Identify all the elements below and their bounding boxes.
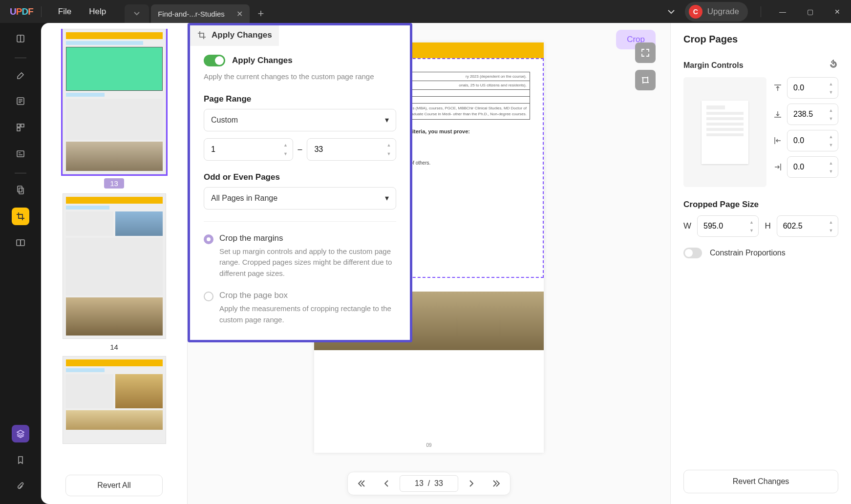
rail-edit-text-icon[interactable] [12, 92, 29, 110]
crop-margins-radio[interactable]: Crop the margins Set up margin controls … [190, 233, 410, 279]
page-number-field[interactable]: 13 / 33 [400, 475, 458, 492]
sidebar-title: Crop Pages [683, 34, 838, 45]
tab-title: Find-and-...r-Studies [158, 10, 225, 18]
next-page-icon[interactable] [461, 475, 483, 492]
page-thumbnail[interactable]: 13 [63, 29, 166, 189]
constrain-proportions-toggle[interactable] [683, 248, 702, 258]
spin-down-icon[interactable]: ▼ [827, 226, 835, 234]
close-window-button[interactable]: ✕ [824, 0, 851, 23]
tab-dropdown[interactable] [125, 4, 149, 23]
rail-crop-icon[interactable] [12, 208, 29, 225]
thumb-page-number: 13 [104, 178, 124, 189]
page-thumbnail[interactable]: 14 [63, 193, 166, 351]
spin-down-icon[interactable]: ▼ [827, 88, 835, 96]
document-tab[interactable]: Find-and-...r-Studies ✕ [151, 4, 250, 23]
crop-sidebar: Crop Pages Margin Controls 0.0▲▼ 238.5▲▼ [670, 23, 851, 504]
divider [761, 6, 761, 17]
upgrade-label: Upgrade [707, 7, 739, 17]
page-navigator: 13 / 33 [347, 472, 511, 495]
thumb-page-number: 14 [110, 343, 118, 351]
cropped-size-label: Cropped Page Size [683, 200, 838, 210]
upgrade-button[interactable]: C Upgrade [685, 2, 748, 21]
rail-ocr-icon[interactable] [12, 181, 29, 199]
spin-up-icon[interactable]: ▲ [827, 132, 835, 141]
spin-up-icon[interactable]: ▲ [827, 106, 835, 114]
odd-even-title: Odd or Even Pages [204, 172, 396, 182]
margin-bottom-icon [772, 109, 783, 120]
popover-tab[interactable]: Apply Changes [190, 25, 279, 46]
range-to-input[interactable]: 33 ▲▼ [307, 138, 396, 161]
margin-preview [683, 77, 766, 187]
chevron-down-icon: ▾ [385, 193, 389, 203]
margin-right-icon [772, 162, 783, 172]
spin-up-icon[interactable]: ▲ [827, 159, 835, 167]
page-viewer: Crop ry 2023 (dependent on the course). … [188, 23, 670, 504]
rail-highlighter-icon[interactable] [12, 66, 29, 84]
menu-file[interactable]: File [49, 7, 80, 17]
spin-up-icon[interactable]: ▲ [827, 218, 835, 226]
revert-all-button[interactable]: Revert All [65, 475, 163, 496]
app-logo: UPDF [10, 6, 33, 17]
minimize-button[interactable]: — [769, 0, 796, 23]
range-dash: – [298, 145, 302, 154]
rail-bookmark-icon[interactable] [12, 451, 29, 469]
spin-up-icon[interactable]: ▲ [747, 218, 755, 226]
last-page-icon[interactable] [486, 475, 507, 492]
prev-page-icon[interactable] [375, 475, 397, 492]
user-avatar: C [689, 5, 702, 19]
margin-left-icon [772, 135, 783, 146]
apply-changes-toggle[interactable] [204, 55, 225, 66]
page-thumbnail[interactable] [63, 356, 166, 444]
rail-compare-icon[interactable] [12, 234, 29, 252]
first-page-icon[interactable] [351, 475, 372, 492]
spin-up-icon[interactable]: ▲ [385, 141, 393, 149]
width-label: W [683, 221, 691, 231]
crop-box-label: Crop the page box [219, 291, 396, 300]
revert-changes-button[interactable]: Revert Changes [683, 470, 838, 493]
odd-even-select[interactable]: All Pages in Range ▾ [204, 187, 396, 210]
spin-up-icon[interactable]: ▲ [827, 80, 835, 88]
spin-up-icon[interactable]: ▲ [282, 141, 290, 149]
margin-left-input[interactable]: 0.0▲▼ [787, 130, 838, 151]
width-input[interactable]: 595.0▲▼ [697, 215, 759, 237]
rail-layers-icon[interactable] [12, 425, 29, 442]
margin-bottom-input[interactable]: 238.5▲▼ [787, 104, 838, 125]
svg-rect-2 [17, 124, 20, 127]
svg-rect-9 [21, 240, 24, 246]
spin-down-icon[interactable]: ▼ [385, 149, 393, 158]
spin-down-icon[interactable]: ▼ [827, 141, 835, 149]
window-chevron-icon[interactable] [658, 7, 685, 16]
chevron-down-icon: ▾ [385, 115, 389, 125]
divider [41, 6, 42, 17]
page-range-title: Page Range [204, 94, 396, 104]
crop-box-radio[interactable]: Crop the page box Apply the measurements… [190, 291, 410, 325]
constrain-label: Constrain Proportions [710, 249, 786, 257]
svg-rect-3 [21, 124, 24, 127]
maximize-button[interactable]: ▢ [796, 0, 824, 23]
rail-form-icon[interactable] [12, 145, 29, 163]
spin-down-icon[interactable]: ▼ [827, 167, 835, 175]
svg-rect-6 [18, 186, 22, 192]
rail-reader-icon[interactable] [12, 30, 29, 47]
thumbnail-panel: 13 14 [41, 23, 188, 504]
margin-right-input[interactable]: 0.0▲▼ [787, 156, 838, 178]
close-tab-icon[interactable]: ✕ [236, 9, 243, 19]
spin-down-icon[interactable]: ▼ [282, 149, 290, 158]
range-from-input[interactable]: 1 ▲▼ [204, 138, 293, 161]
spin-down-icon[interactable]: ▼ [827, 114, 835, 123]
apply-changes-popover: Apply Changes Apply Changes Apply the cu… [188, 23, 412, 342]
menu-help[interactable]: Help [80, 7, 115, 17]
svg-rect-7 [19, 188, 23, 194]
page-range-select[interactable]: Custom ▾ [204, 109, 396, 131]
rail-organize-icon[interactable] [12, 119, 29, 136]
apply-changes-title: Apply Changes [232, 56, 293, 65]
height-input[interactable]: 602.5▲▼ [777, 215, 838, 237]
odd-even-value: All Pages in Range [211, 194, 277, 203]
reset-margins-icon[interactable] [829, 60, 838, 71]
rail-attachment-icon[interactable] [12, 478, 29, 495]
margin-top-input[interactable]: 0.0▲▼ [787, 77, 838, 99]
spin-down-icon[interactable]: ▼ [747, 226, 755, 234]
crop-box-desc: Apply the measurements of cropping recta… [219, 303, 396, 325]
crop-margins-label: Crop the margins [219, 233, 396, 243]
add-tab-button[interactable]: + [252, 4, 270, 23]
